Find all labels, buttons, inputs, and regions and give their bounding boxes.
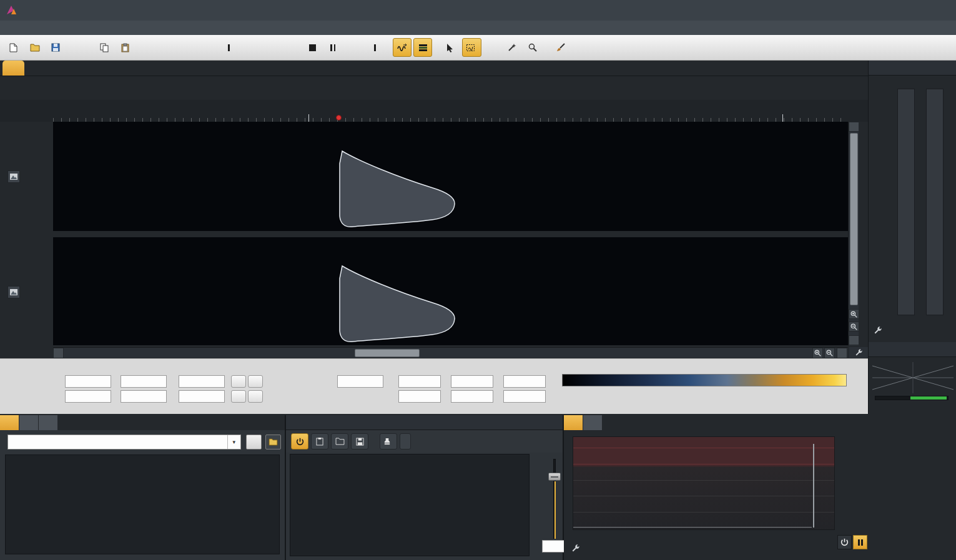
from-hz-field-2[interactable] xyxy=(398,390,441,403)
spectrogram-view-toggle-button[interactable] xyxy=(413,38,432,57)
record-button[interactable] xyxy=(192,38,211,57)
go-to-end-button[interactable] xyxy=(365,38,383,57)
vertical-scroll-thumb[interactable] xyxy=(850,133,858,305)
selection-tool-button[interactable] xyxy=(441,38,460,57)
timeline-ruler[interactable] xyxy=(0,100,868,122)
open-file-button[interactable] xyxy=(26,38,44,57)
tab-label-list[interactable] xyxy=(39,415,58,430)
loudness-power-button[interactable] xyxy=(837,535,852,549)
zoom-in-button[interactable] xyxy=(812,348,823,358)
magic-wand-tool-button[interactable] xyxy=(504,38,523,57)
correlation-bar-track xyxy=(875,396,949,400)
view-from-field[interactable] xyxy=(65,390,111,403)
view-redo-button[interactable] xyxy=(248,390,263,403)
path-dropdown[interactable]: ▾ xyxy=(7,435,241,449)
channel-spinner[interactable] xyxy=(21,170,27,183)
cut-button[interactable] xyxy=(74,38,93,57)
file-list xyxy=(5,454,280,554)
to-hz-field-2[interactable] xyxy=(451,390,493,403)
go-to-start-button[interactable] xyxy=(220,38,239,57)
chain-power-button[interactable] xyxy=(291,433,308,449)
stop-button[interactable] xyxy=(303,38,322,57)
document-tab-bar xyxy=(0,61,868,76)
save-button[interactable] xyxy=(46,38,65,57)
view-settings-button[interactable] xyxy=(849,347,868,358)
waveform-overview[interactable] xyxy=(0,77,868,100)
from-hz-field[interactable] xyxy=(398,375,441,388)
loudness-pause-button[interactable] xyxy=(853,535,867,549)
new-file-button[interactable] xyxy=(5,38,24,57)
draw-tool-button[interactable] xyxy=(483,38,502,57)
selection-redo-button[interactable] xyxy=(248,375,263,388)
pause-button[interactable] xyxy=(323,38,342,57)
processing-chain-header xyxy=(286,415,563,430)
range-hz-field[interactable] xyxy=(503,375,546,388)
channel-thumbnail-button[interactable] xyxy=(7,170,20,183)
cleanup-brush-button[interactable] xyxy=(553,38,572,57)
copy-button[interactable] xyxy=(95,38,114,57)
tab-conga-drums-dry[interactable] xyxy=(2,61,24,76)
tab-media-file-browser[interactable] xyxy=(0,415,19,430)
chain-save-button[interactable] xyxy=(351,433,368,449)
view-to-field[interactable] xyxy=(121,390,167,403)
apply-dropdown-button[interactable] xyxy=(400,433,411,449)
view-undo-button[interactable] xyxy=(231,390,246,403)
view-duration-field[interactable] xyxy=(179,390,225,403)
horizontal-scroll-thumb[interactable] xyxy=(355,349,420,357)
undo-button[interactable] xyxy=(144,38,162,57)
zoom-in-vertical-button[interactable] xyxy=(849,309,859,319)
fast-forward-button[interactable] xyxy=(344,38,363,57)
zoom-tool-button[interactable] xyxy=(525,38,543,57)
cursor-position-field[interactable] xyxy=(337,375,383,388)
minimize-button[interactable] xyxy=(891,3,910,18)
level-meter-bar-left xyxy=(897,89,915,315)
loudness-settings-wrench-icon[interactable] xyxy=(571,544,580,553)
range-hz-field-2[interactable] xyxy=(503,390,546,403)
tab-loudness-meter[interactable] xyxy=(564,415,583,430)
bar-icon xyxy=(228,44,230,51)
level-meter-bar-right xyxy=(926,89,944,315)
selection-lasso-left[interactable] xyxy=(340,151,455,227)
processing-chain-panel xyxy=(286,415,563,560)
rewind-button[interactable] xyxy=(241,38,260,57)
close-button[interactable] xyxy=(931,3,950,18)
vertical-scrollbar[interactable] xyxy=(848,122,859,346)
chain-open-button[interactable] xyxy=(331,433,348,449)
selection-undo-button[interactable] xyxy=(231,375,246,388)
redo-button[interactable] xyxy=(164,38,183,57)
playhead-marker[interactable] xyxy=(336,115,342,120)
chain-paste-button[interactable] xyxy=(311,433,328,449)
channel-thumbnail-button[interactable] xyxy=(7,286,20,298)
spectrogram-area xyxy=(0,122,868,346)
browse-folder-button[interactable] xyxy=(265,435,281,449)
loop-playback-button[interactable] xyxy=(282,38,301,57)
apply-button[interactable] xyxy=(380,433,397,449)
output-level-slider-handle[interactable] xyxy=(548,473,561,481)
zoom-out-button[interactable] xyxy=(824,348,835,358)
tab-region-list[interactable] xyxy=(19,415,39,430)
scroll-up-button[interactable] xyxy=(849,122,859,132)
maximize-button[interactable] xyxy=(911,3,930,18)
dropdown-icon[interactable]: ▾ xyxy=(227,435,235,449)
to-hz-field[interactable] xyxy=(451,375,493,388)
selection-from-field[interactable] xyxy=(65,375,111,388)
paste-button[interactable] xyxy=(116,38,134,57)
selection-to-field[interactable] xyxy=(121,375,167,388)
scroll-down-button[interactable] xyxy=(849,335,859,345)
scrub-toggle-button[interactable] xyxy=(393,38,411,57)
channel-spinner[interactable] xyxy=(21,286,27,298)
scroll-right-button[interactable] xyxy=(837,348,847,358)
copy-icon xyxy=(100,43,109,52)
scroll-left-button[interactable] xyxy=(53,348,64,358)
horizontal-scrollbar[interactable] xyxy=(53,347,848,358)
folder-up-button[interactable] xyxy=(246,435,262,449)
selection-duration-field[interactable] xyxy=(179,375,225,388)
level-meter-settings-wrench-icon[interactable] xyxy=(874,326,882,335)
spectral-selection-tool-button[interactable] xyxy=(462,38,481,57)
spectral-selection-overlay[interactable] xyxy=(53,122,848,346)
tab-spectrum-analyzer[interactable] xyxy=(583,415,603,430)
selection-lasso-right[interactable] xyxy=(340,266,455,341)
play-button[interactable] xyxy=(262,38,280,57)
zoom-out-vertical-button[interactable] xyxy=(849,322,859,332)
magnifier-icon xyxy=(528,43,537,52)
